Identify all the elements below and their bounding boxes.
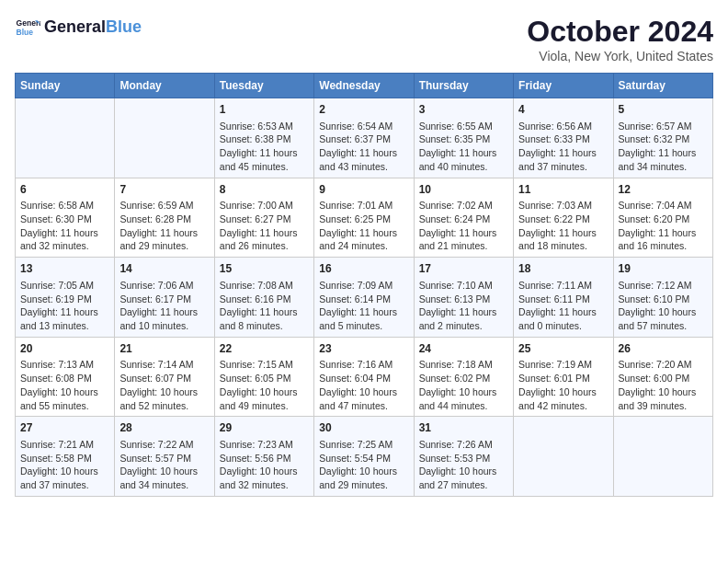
day-cell: 20Sunrise: 7:13 AMSunset: 6:08 PMDayligh…: [16, 337, 115, 417]
day-info: Sunrise: 7:08 AM: [220, 279, 309, 293]
day-info: Sunrise: 7:04 AM: [619, 199, 708, 213]
day-number: 21: [119, 341, 209, 357]
day-info: Sunset: 6:16 PM: [220, 293, 309, 306]
day-cell: 8Sunrise: 7:00 AMSunset: 6:27 PMDaylight…: [214, 178, 313, 258]
day-info: Sunrise: 7:19 AM: [518, 358, 608, 372]
location: Viola, New York, United States: [527, 49, 713, 63]
weekday-tuesday: Tuesday: [214, 74, 313, 98]
day-cell: 6Sunrise: 6:58 AMSunset: 6:30 PMDaylight…: [16, 178, 115, 258]
day-info: Sunrise: 6:57 AM: [619, 120, 708, 133]
day-info: Daylight: 10 hours and 57 minutes.: [619, 305, 708, 332]
week-row-1: 1Sunrise: 6:53 AMSunset: 6:38 PMDaylight…: [16, 98, 713, 178]
page-header: General Blue GeneralBlue October 2024 Vi…: [15, 15, 713, 63]
weekday-sunday: Sunday: [16, 74, 115, 98]
svg-text:Blue: Blue: [17, 28, 34, 37]
day-info: Sunset: 5:56 PM: [220, 452, 309, 465]
week-row-3: 13Sunrise: 7:05 AMSunset: 6:19 PMDayligh…: [16, 258, 713, 338]
day-cell: 15Sunrise: 7:08 AMSunset: 6:16 PMDayligh…: [214, 258, 313, 338]
day-info: Daylight: 11 hours and 37 minutes.: [518, 146, 608, 173]
day-info: Daylight: 10 hours and 44 minutes.: [419, 385, 508, 412]
weekday-wednesday: Wednesday: [314, 74, 414, 98]
day-number: 23: [319, 341, 408, 357]
day-info: Sunset: 6:33 PM: [518, 132, 608, 146]
day-number: 7: [119, 182, 209, 198]
weekday-header-row: SundayMondayTuesdayWednesdayThursdayFrid…: [16, 74, 713, 98]
day-cell: 23Sunrise: 7:16 AMSunset: 6:04 PMDayligh…: [314, 337, 414, 417]
day-info: Sunrise: 7:23 AM: [220, 438, 309, 452]
day-info: Sunset: 6:20 PM: [619, 213, 708, 226]
day-info: Daylight: 10 hours and 42 minutes.: [518, 385, 608, 412]
day-info: Sunrise: 7:18 AM: [419, 358, 508, 372]
day-info: Sunrise: 7:20 AM: [619, 358, 708, 372]
day-info: Sunset: 6:24 PM: [419, 213, 508, 226]
day-info: Daylight: 11 hours and 43 minutes.: [319, 146, 408, 173]
day-cell: 26Sunrise: 7:20 AMSunset: 6:00 PMDayligh…: [613, 337, 712, 417]
svg-text:General: General: [17, 18, 40, 28]
day-info: Sunset: 6:17 PM: [119, 293, 209, 306]
week-row-4: 20Sunrise: 7:13 AMSunset: 6:08 PMDayligh…: [16, 337, 713, 417]
day-info: Sunrise: 7:22 AM: [119, 438, 209, 452]
weekday-monday: Monday: [115, 74, 214, 98]
day-info: Daylight: 11 hours and 0 minutes.: [518, 305, 608, 332]
day-info: Daylight: 11 hours and 40 minutes.: [419, 146, 508, 173]
day-info: Daylight: 11 hours and 34 minutes.: [619, 146, 708, 173]
day-info: Sunset: 6:22 PM: [518, 213, 608, 226]
day-number: 13: [20, 261, 109, 277]
day-info: Daylight: 11 hours and 24 minutes.: [319, 226, 408, 253]
day-cell: [115, 98, 214, 178]
day-info: Sunrise: 7:01 AM: [319, 199, 408, 213]
day-cell: 7Sunrise: 6:59 AMSunset: 6:28 PMDaylight…: [115, 178, 214, 258]
day-info: Sunset: 6:02 PM: [419, 372, 508, 385]
day-cell: 1Sunrise: 6:53 AMSunset: 6:38 PMDaylight…: [214, 98, 313, 178]
calendar-table: SundayMondayTuesdayWednesdayThursdayFrid…: [15, 73, 713, 497]
day-number: 6: [20, 182, 109, 198]
day-info: Daylight: 10 hours and 39 minutes.: [619, 385, 708, 412]
day-info: Sunset: 6:19 PM: [20, 293, 109, 306]
day-number: 20: [20, 341, 109, 357]
day-cell: 2Sunrise: 6:54 AMSunset: 6:37 PMDaylight…: [314, 98, 414, 178]
day-cell: [613, 417, 712, 497]
day-info: Daylight: 11 hours and 13 minutes.: [20, 305, 109, 332]
week-row-2: 6Sunrise: 6:58 AMSunset: 6:30 PMDaylight…: [16, 178, 713, 258]
day-info: Sunset: 6:30 PM: [20, 213, 109, 226]
day-number: 25: [518, 341, 608, 357]
day-info: Sunrise: 7:02 AM: [419, 199, 508, 213]
day-info: Sunrise: 7:11 AM: [518, 279, 608, 293]
day-cell: 17Sunrise: 7:10 AMSunset: 6:13 PMDayligh…: [414, 258, 513, 338]
day-info: Sunset: 6:11 PM: [518, 293, 608, 306]
day-info: Daylight: 11 hours and 8 minutes.: [220, 305, 309, 332]
day-info: Sunrise: 7:26 AM: [419, 438, 508, 452]
day-info: Daylight: 11 hours and 21 minutes.: [419, 226, 508, 253]
day-cell: 24Sunrise: 7:18 AMSunset: 6:02 PMDayligh…: [414, 337, 513, 417]
day-info: Daylight: 10 hours and 52 minutes.: [119, 385, 209, 412]
logo-name: GeneralBlue: [44, 18, 142, 37]
day-cell: 9Sunrise: 7:01 AMSunset: 6:25 PMDaylight…: [314, 178, 414, 258]
day-number: 9: [319, 182, 408, 198]
day-number: 17: [419, 261, 508, 277]
day-info: Sunset: 6:25 PM: [319, 213, 408, 226]
day-info: Sunset: 5:53 PM: [419, 452, 508, 465]
day-cell: 21Sunrise: 7:14 AMSunset: 6:07 PMDayligh…: [115, 337, 214, 417]
day-info: Daylight: 11 hours and 32 minutes.: [20, 226, 109, 253]
day-cell: 29Sunrise: 7:23 AMSunset: 5:56 PMDayligh…: [214, 417, 313, 497]
day-cell: 14Sunrise: 7:06 AMSunset: 6:17 PMDayligh…: [115, 258, 214, 338]
day-info: Daylight: 11 hours and 29 minutes.: [119, 226, 209, 253]
day-cell: 30Sunrise: 7:25 AMSunset: 5:54 PMDayligh…: [314, 417, 414, 497]
day-info: Sunrise: 7:16 AM: [319, 358, 408, 372]
day-info: Sunset: 6:07 PM: [119, 372, 209, 385]
day-info: Daylight: 10 hours and 29 minutes.: [319, 465, 408, 491]
day-number: 2: [319, 102, 408, 118]
day-info: Sunrise: 7:03 AM: [518, 199, 608, 213]
day-info: Sunset: 6:01 PM: [518, 372, 608, 385]
day-info: Sunrise: 6:55 AM: [419, 120, 508, 133]
day-info: Sunrise: 7:12 AM: [619, 279, 708, 293]
title-block: October 2024 Viola, New York, United Sta…: [527, 15, 713, 63]
day-info: Sunrise: 7:00 AM: [220, 199, 309, 213]
day-info: Sunrise: 7:25 AM: [319, 438, 408, 452]
month-title: October 2024: [527, 15, 713, 49]
day-info: Daylight: 11 hours and 10 minutes.: [119, 305, 209, 332]
weekday-friday: Friday: [514, 74, 613, 98]
day-info: Sunrise: 6:58 AM: [20, 199, 109, 213]
day-cell: 25Sunrise: 7:19 AMSunset: 6:01 PMDayligh…: [514, 337, 613, 417]
day-info: Sunrise: 7:13 AM: [20, 358, 109, 372]
